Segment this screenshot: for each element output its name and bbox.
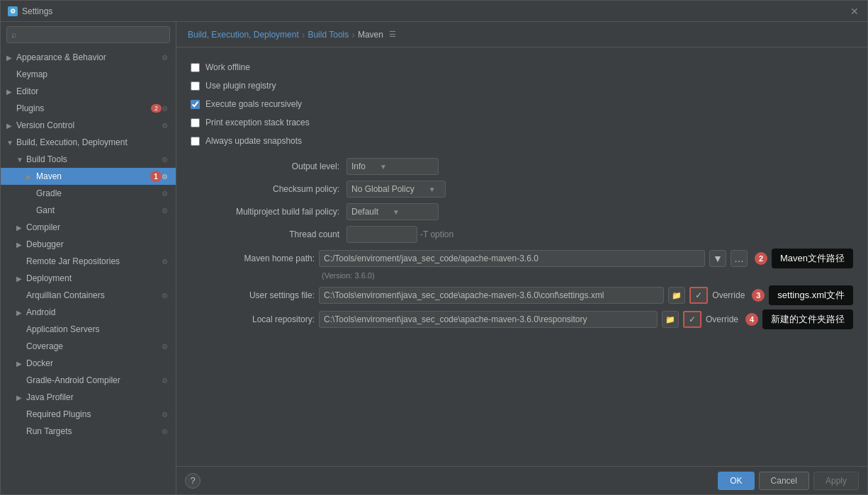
sidebar-tree: ▶ Appearance & Behavior ⚙ Keymap ▶ Edito… xyxy=(1,47,176,494)
checksum-policy-dropdown[interactable]: No Global Policy ▼ xyxy=(346,181,446,198)
settings-icon-small: ⚙ xyxy=(162,156,173,164)
sidebar-item-label: Debugger xyxy=(26,239,176,249)
breadcrumb-build-execution-deployment[interactable]: Build, Execution, Deployment xyxy=(188,30,299,40)
settings-icon-small: ⚙ xyxy=(162,343,173,351)
breadcrumb-menu-icon[interactable]: ☰ xyxy=(389,30,396,39)
sidebar-item-build-execution-deployment[interactable]: ▼ Build, Execution, Deployment xyxy=(1,134,176,151)
sidebar-item-editor[interactable]: ▶ Editor xyxy=(1,83,176,100)
sidebar-item-gradle-android-compiler[interactable]: Gradle-Android Compiler ⚙ xyxy=(1,372,176,389)
user-settings-override-checkbox[interactable]: ✓ xyxy=(689,287,708,304)
annotation-badge-4: 4 xyxy=(745,313,758,326)
thread-count-label: Thread count xyxy=(191,229,339,239)
local-repository-override-checkbox[interactable]: ✓ xyxy=(683,311,701,328)
checksum-policy-row: Checksum policy: No Global Policy ▼ xyxy=(191,181,853,198)
sidebar-item-label: Gradle-Android Compiler xyxy=(26,375,162,385)
settings-icon-small: ⚙ xyxy=(162,173,173,181)
print-exception-label: Print exception stack traces xyxy=(205,118,310,127)
user-settings-override-label: Override xyxy=(712,290,745,300)
settings-icon-small: ⚙ xyxy=(162,105,173,113)
plugins-badge: 2 xyxy=(151,104,162,113)
sidebar-item-remote-jar-repositories[interactable]: Remote Jar Repositories ⚙ xyxy=(1,253,176,270)
cancel-button[interactable]: Cancel xyxy=(759,472,809,490)
sidebar-item-label: Build, Execution, Deployment xyxy=(16,137,176,147)
settings-icon-small: ⚙ xyxy=(162,258,173,266)
sidebar-item-debugger[interactable]: ▶ Debugger xyxy=(1,236,176,253)
always-update-snapshots-row: Always update snapshots xyxy=(191,132,853,149)
search-input[interactable] xyxy=(19,30,165,40)
sidebar-item-label: Application Servers xyxy=(26,324,176,334)
bottom-bar: ? OK Cancel Apply xyxy=(176,466,867,494)
sidebar-item-label: Maven xyxy=(36,171,147,181)
arrow-icon: ▶ xyxy=(26,173,36,181)
output-level-label: Output level: xyxy=(191,161,339,171)
sidebar-item-gradle[interactable]: Gradle ⚙ xyxy=(1,185,176,202)
local-repository-input[interactable] xyxy=(319,311,658,328)
sidebar-item-appearance-behavior[interactable]: ▶ Appearance & Behavior ⚙ xyxy=(1,49,176,66)
sidebar-item-coverage[interactable]: Coverage ⚙ xyxy=(1,338,176,355)
sidebar-item-android[interactable]: ▶ Android xyxy=(1,304,176,321)
local-repository-folder-btn[interactable]: 📁 xyxy=(662,311,679,328)
maven-path-annotation: Maven文件路径 xyxy=(772,249,853,268)
sidebar-item-label: Appearance & Behavior xyxy=(16,52,162,62)
sidebar-item-run-targets[interactable]: Run Targets ⚙ xyxy=(1,423,176,440)
always-update-checkbox[interactable] xyxy=(191,137,200,146)
ok-button[interactable]: OK xyxy=(718,472,754,490)
multiproject-fail-policy-row: Multiproject build fail policy: Default … xyxy=(191,203,853,220)
arrow-icon: ▼ xyxy=(16,156,26,164)
annotation-badge-3: 3 xyxy=(752,289,765,302)
sidebar-item-docker[interactable]: ▶ Docker xyxy=(1,355,176,372)
settings-icon-small: ⚙ xyxy=(162,411,173,419)
thread-count-row: Thread count -T option xyxy=(191,226,853,243)
sidebar-item-maven[interactable]: ▶ Maven 1 ⚙ xyxy=(1,168,176,185)
search-box[interactable]: ⌕ xyxy=(6,26,170,43)
maven-home-path-input[interactable] xyxy=(319,250,705,267)
sidebar-item-plugins[interactable]: Plugins 2 ⚙ xyxy=(1,100,176,117)
sidebar-item-label: Deployment xyxy=(26,273,176,283)
sidebar-item-required-plugins[interactable]: Required Plugins ⚙ xyxy=(1,406,176,423)
work-offline-checkbox[interactable] xyxy=(191,63,200,72)
sidebar-item-compiler[interactable]: ▶ Compiler xyxy=(1,219,176,236)
search-icon: ⌕ xyxy=(11,30,16,40)
bottom-left: ? xyxy=(185,473,201,489)
execute-goals-checkbox[interactable] xyxy=(191,100,200,109)
sidebar-item-application-servers[interactable]: Application Servers xyxy=(1,321,176,338)
sidebar-item-version-control[interactable]: ▶ Version Control ⚙ xyxy=(1,117,176,134)
user-settings-file-row: User settings file: 📁 ✓ Override 3 setti… xyxy=(191,285,853,305)
user-settings-annotation: settings.xml文件 xyxy=(769,285,853,305)
use-plugin-registry-checkbox[interactable] xyxy=(191,81,200,91)
breadcrumb-build-tools[interactable]: Build Tools xyxy=(308,30,349,40)
arrow-icon: ▶ xyxy=(16,360,26,368)
sidebar-item-build-tools[interactable]: ▼ Build Tools ⚙ xyxy=(1,151,176,168)
arrow-icon: ▶ xyxy=(16,275,26,283)
help-button[interactable]: ? xyxy=(185,473,201,489)
sidebar: ⌕ ▶ Appearance & Behavior ⚙ Keymap ▶ xyxy=(1,22,176,494)
maven-badge: 1 xyxy=(150,171,162,182)
multiproject-fail-policy-dropdown[interactable]: Default ▼ xyxy=(346,203,439,220)
sidebar-item-label: Coverage xyxy=(26,341,162,351)
apply-button[interactable]: Apply xyxy=(813,472,859,490)
sidebar-item-java-profiler[interactable]: ▶ Java Profiler xyxy=(1,389,176,406)
breadcrumb-separator-2: › xyxy=(351,29,355,40)
output-level-dropdown[interactable]: Info ▼ xyxy=(346,158,439,175)
output-level-row: Output level: Info ▼ xyxy=(191,158,853,175)
maven-version-text: (Version: 3.6.0) xyxy=(322,271,853,280)
maven-home-dropdown-btn[interactable]: ▼ xyxy=(709,250,726,267)
maven-home-path-label: Maven home path: xyxy=(191,254,315,263)
multiproject-fail-policy-label: Multiproject build fail policy: xyxy=(191,207,339,217)
checksum-policy-value: No Global Policy xyxy=(351,184,415,194)
thread-count-input[interactable] xyxy=(346,226,417,243)
sidebar-item-keymap[interactable]: Keymap xyxy=(1,66,176,83)
sidebar-item-gant[interactable]: Gant ⚙ xyxy=(1,202,176,219)
settings-icon-small: ⚙ xyxy=(162,377,173,385)
local-repository-annotation-text: 新建的文件夹路径 xyxy=(771,313,845,326)
user-settings-file-folder-btn[interactable]: 📁 xyxy=(668,287,685,304)
sidebar-item-arquillian-containers[interactable]: Arquillian Containers ⚙ xyxy=(1,287,176,304)
close-button[interactable]: ✕ xyxy=(850,6,860,16)
bottom-right: OK Cancel Apply xyxy=(718,472,859,490)
maven-path-annotation-text: Maven文件路径 xyxy=(780,252,845,265)
sidebar-item-deployment[interactable]: ▶ Deployment xyxy=(1,270,176,287)
maven-home-browse-btn[interactable]: … xyxy=(731,250,748,267)
sidebar-item-label: Required Plugins xyxy=(26,409,162,419)
print-exception-checkbox[interactable] xyxy=(191,118,200,127)
user-settings-file-input[interactable] xyxy=(319,287,664,304)
